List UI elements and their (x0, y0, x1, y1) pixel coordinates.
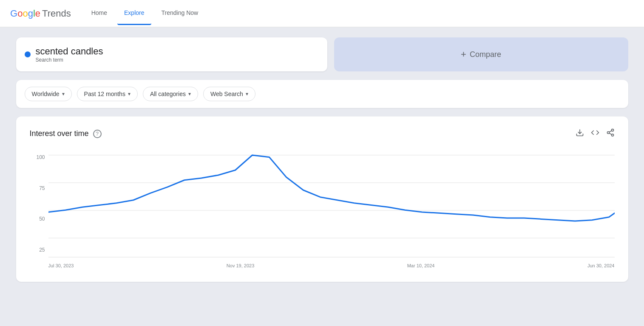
filter-search-type-label: Web Search (210, 91, 243, 97)
header: Google Trends Home Explore Trending Now (0, 0, 644, 27)
chevron-down-icon: ▾ (246, 91, 248, 97)
embed-button[interactable] (591, 128, 599, 139)
search-term: scented candles (36, 46, 103, 57)
main-nav: Home Explore Trending Now (85, 2, 205, 25)
chart-plot-area: Jul 30, 2023 Nov 19, 2023 Mar 10, 2024 J… (48, 151, 615, 268)
svg-point-2 (607, 132, 609, 134)
nav-item-home[interactable]: Home (85, 2, 114, 25)
filter-region-label: Worldwide (32, 91, 60, 97)
y-axis: 100 75 50 25 (30, 151, 48, 268)
chart-header: Interest over time ? (30, 128, 615, 139)
y-label-100: 100 (30, 154, 45, 160)
x-axis: Jul 30, 2023 Nov 19, 2023 Mar 10, 2024 J… (48, 261, 615, 268)
search-text-group: scented candles Search term (36, 46, 103, 63)
chart-svg (48, 151, 615, 261)
chart-actions (576, 128, 615, 139)
filter-category[interactable]: All categories ▾ (143, 87, 198, 101)
search-type-label: Search term (36, 57, 103, 63)
chart-title-row: Interest over time ? (30, 129, 102, 138)
chart-title: Interest over time (30, 129, 89, 138)
help-question-mark: ? (96, 131, 99, 137)
x-label-2: Nov 19, 2023 (227, 263, 254, 268)
search-box: scented candles Search term (16, 37, 327, 71)
nav-item-explore[interactable]: Explore (117, 2, 151, 25)
nav-item-trending[interactable]: Trending Now (155, 2, 205, 25)
y-label-25: 25 (30, 247, 45, 253)
chart-card: Interest over time ? (16, 116, 628, 282)
filter-period-label: Past 12 months (84, 91, 125, 97)
search-term-dot (25, 51, 31, 57)
compare-plus-icon: + (461, 49, 466, 60)
chevron-down-icon: ▾ (188, 91, 191, 97)
filter-category-label: All categories (150, 91, 186, 97)
x-label-1: Jul 30, 2023 (48, 263, 74, 268)
help-icon[interactable]: ? (93, 130, 102, 138)
logo-trends-text: Trends (42, 8, 71, 19)
download-button[interactable] (576, 128, 584, 139)
share-button[interactable] (606, 128, 615, 139)
x-label-3: Mar 10, 2024 (407, 263, 435, 268)
y-label-50: 50 (30, 216, 45, 222)
main-content: scented candles Search term + Compare Wo… (8, 27, 637, 292)
svg-point-3 (611, 134, 613, 136)
filter-period[interactable]: Past 12 months ▾ (77, 87, 138, 101)
logo: Google Trends (10, 8, 71, 19)
svg-line-4 (609, 133, 612, 134)
search-compare-row: scented candles Search term + Compare (16, 37, 628, 71)
chevron-down-icon: ▾ (128, 91, 131, 97)
y-label-75: 75 (30, 185, 45, 191)
svg-point-1 (611, 129, 613, 131)
filters-row: Worldwide ▾ Past 12 months ▾ All categor… (16, 80, 628, 108)
compare-label: Compare (470, 50, 501, 59)
filter-search-type[interactable]: Web Search ▾ (203, 87, 255, 101)
chevron-down-icon: ▾ (62, 91, 65, 97)
filter-region[interactable]: Worldwide ▾ (25, 87, 72, 101)
x-label-4: Jun 30, 2024 (587, 263, 615, 268)
svg-line-5 (609, 130, 612, 132)
chart-container: 100 75 50 25 Jul 30, (30, 151, 615, 268)
compare-box[interactable]: + Compare (334, 37, 628, 71)
logo-google-text: Google (10, 8, 40, 19)
